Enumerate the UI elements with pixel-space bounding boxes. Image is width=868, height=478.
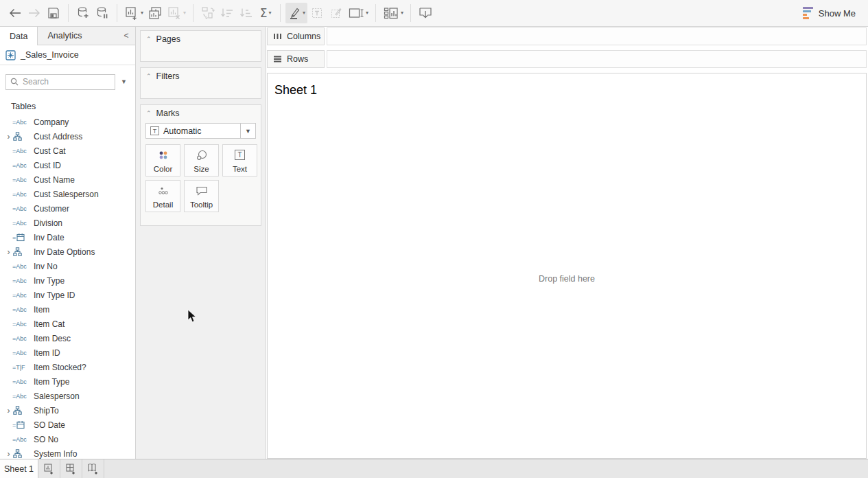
field-row[interactable]: › ShipTo [0, 403, 135, 418]
detail-button[interactable]: Detail [145, 180, 180, 212]
field-row[interactable]: =T|F Item Stocked? [0, 360, 135, 374]
columns-shelf[interactable] [327, 27, 867, 45]
save-icon[interactable] [44, 3, 63, 23]
color-button[interactable]: Color [145, 144, 180, 177]
field-row[interactable]: =Abc Cust Salesperson [0, 187, 135, 201]
field-type-icon: =Abc [12, 205, 34, 212]
collapse-panel-button[interactable]: < [117, 27, 135, 45]
new-dashboard-tab-button[interactable] [60, 459, 82, 478]
field-row[interactable]: = SO Date [0, 418, 135, 432]
field-label: Customer [34, 204, 69, 214]
search-options-caret[interactable]: ▼ [121, 78, 127, 85]
sheet-view[interactable]: Sheet 1 Drop field here [267, 73, 867, 459]
field-type-icon: =Abc [12, 306, 34, 313]
field-row[interactable]: › Inv Date Options [0, 244, 135, 259]
sheet-title[interactable]: Sheet 1 [274, 83, 317, 98]
new-worksheet-tab-button[interactable] [38, 459, 60, 478]
dropdown-caret[interactable]: ▾ [268, 10, 271, 16]
field-label: Cust Cat [34, 146, 66, 156]
field-row[interactable]: =Abc Customer [0, 201, 135, 216]
field-row[interactable]: › Cust Address [0, 129, 135, 144]
sheet-tab[interactable]: Sheet 1 [0, 459, 38, 478]
field-label: Item Cat [34, 319, 64, 329]
text-icon: T [235, 145, 245, 165]
pages-shelf[interactable]: ⌃ Pages [140, 30, 261, 62]
dropdown-caret[interactable]: ▾ [366, 10, 368, 16]
mark-type-dropdown[interactable]: T Automatic ▼ [145, 123, 256, 139]
field-row[interactable]: =Abc Cust Name [0, 172, 135, 187]
field-row[interactable]: =Abc Item [0, 302, 135, 317]
search-row: ▼ [0, 65, 135, 98]
fit-icon[interactable]: ▾ [346, 3, 371, 23]
show-mark-labels-icon[interactable] [307, 3, 327, 23]
tooltip-button[interactable]: Tooltip [184, 180, 219, 212]
field-row[interactable]: =Abc Inv Type ID [0, 288, 135, 302]
field-row[interactable]: › System Info [0, 446, 135, 459]
rows-shelf[interactable] [327, 50, 867, 68]
search-box[interactable] [5, 74, 115, 90]
field-row[interactable]: =Abc Item Cat [0, 317, 135, 331]
sort-descending-icon[interactable] [237, 3, 256, 23]
field-label: Cust Salesperson [34, 190, 99, 199]
presentation-mode-icon[interactable] [416, 3, 435, 23]
mark-type-caret[interactable]: ▼ [240, 124, 255, 138]
expand-icon[interactable]: › [5, 406, 12, 416]
field-label: SO Date [34, 420, 65, 430]
detail-label: Detail [153, 201, 173, 209]
search-input[interactable] [23, 77, 98, 87]
size-button[interactable]: Size [184, 144, 219, 177]
field-row[interactable]: =Abc Item Type [0, 374, 135, 389]
pause-auto-updates-icon[interactable] [93, 3, 112, 23]
clear-sheet-icon[interactable]: ▾ [165, 3, 188, 23]
forward-icon[interactable] [25, 3, 44, 23]
highlight-icon[interactable]: ▾ [285, 3, 307, 23]
expand-icon[interactable]: › [5, 247, 12, 257]
filters-shelf[interactable]: ⌃ Filters [140, 67, 261, 99]
totals-icon[interactable]: Σ ▾ [256, 3, 275, 23]
expand-icon[interactable]: › [5, 449, 12, 459]
field-label: Company [34, 117, 69, 127]
new-story-tab-button[interactable] [82, 459, 104, 478]
field-label: Inv Type ID [34, 291, 75, 300]
tab-analytics[interactable]: Analytics [38, 27, 117, 45]
format-annotations-icon[interactable] [327, 3, 346, 23]
statusbar: Sheet 1 [0, 459, 868, 478]
show-hide-cards-icon[interactable]: ▾ [381, 3, 406, 23]
tab-data[interactable]: Data [0, 27, 38, 45]
dropdown-caret[interactable]: ▾ [401, 10, 403, 16]
field-type-icon: =Abc [12, 350, 34, 356]
field-row[interactable]: =Abc Company [0, 115, 135, 129]
collapse-chevron-icon[interactable]: ⌃ [146, 36, 152, 43]
field-label: Inv Date Options [34, 247, 95, 257]
size-icon [196, 145, 207, 165]
datasource-icon [5, 50, 16, 60]
new-worksheet-icon[interactable]: ▾ [122, 3, 145, 23]
field-type-icon: =Abc [12, 148, 34, 155]
duplicate-icon[interactable] [145, 3, 165, 23]
field-label: System Info [34, 449, 77, 459]
swap-rows-columns-icon[interactable] [198, 3, 218, 23]
field-row[interactable]: = Inv Date [0, 230, 135, 244]
field-row[interactable]: =Abc SO No [0, 432, 135, 446]
field-row[interactable]: =Abc Division [0, 216, 135, 230]
field-row[interactable]: =Abc Item Desc [0, 331, 135, 345]
datasource-row[interactable]: _Sales_Invoice [0, 45, 135, 65]
field-row[interactable]: =Abc Inv No [0, 259, 135, 273]
field-row[interactable]: =Abc Cust ID [0, 158, 135, 172]
back-icon[interactable] [5, 3, 25, 23]
show-me-button[interactable]: Show Me [796, 4, 863, 22]
dropdown-caret: ▾ [183, 10, 186, 16]
field-row[interactable]: =Abc Item ID [0, 345, 135, 360]
collapse-chevron-icon[interactable]: ⌃ [146, 110, 152, 117]
field-row[interactable]: =Abc Salesperson [0, 389, 135, 403]
collapse-chevron-icon[interactable]: ⌃ [146, 73, 152, 80]
field-row[interactable]: =Abc Cust Cat [0, 144, 135, 158]
dropdown-caret[interactable]: ▾ [141, 10, 143, 16]
text-button[interactable]: T Text [222, 144, 257, 177]
sort-ascending-icon[interactable] [218, 3, 237, 23]
expand-icon[interactable]: › [5, 132, 12, 141]
field-type-icon: =Abc [12, 191, 34, 198]
dropdown-caret[interactable]: ▾ [303, 10, 305, 16]
field-row[interactable]: =Abc Inv Type [0, 273, 135, 288]
new-data-source-icon[interactable] [73, 3, 93, 23]
